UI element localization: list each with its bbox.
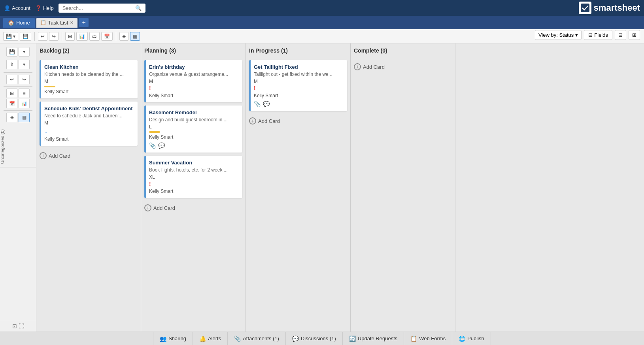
sidebar-undo-btn[interactable]: ↩ — [6, 75, 17, 84]
card-assignee-1-2: Kelly Smart — [149, 189, 238, 194]
tab-bar: 🏠 Home 📋 Task List ✕ + — [0, 16, 644, 29]
add-card-button-1[interactable]: +Add Card — [144, 203, 242, 213]
card-size-2-0: M — [254, 79, 342, 84]
bottom-tab-update-requests[interactable]: 🔄Update Requests — [343, 332, 404, 345]
fit-to-screen-button[interactable]: ⊡ — [12, 323, 17, 329]
column-0: Backlog (2)Clean KitchenKitchen needs to… — [36, 43, 141, 332]
card-1-1[interactable]: Basement RemodelDesign and build guest b… — [144, 106, 242, 153]
bottom-tab-publish[interactable]: 🌐Publish — [452, 332, 491, 345]
bottom-tab-label-0: Sharing — [168, 336, 186, 341]
card-1-0[interactable]: Erin's birthdayOrganize venue & guest ar… — [144, 60, 242, 102]
sidebar-gantt-view-btn[interactable]: 📊 — [19, 99, 30, 108]
toolbar-undo-button[interactable]: ↩ — [38, 32, 47, 41]
card-1-2[interactable]: Summer VacationBook flights, hotels, etc… — [144, 156, 242, 198]
card-desc-0-0: Kitchen needs to be cleaned by the ... — [44, 72, 133, 77]
search-box[interactable]: 🔍 — [59, 4, 145, 13]
toolbar-redo-button[interactable]: ↪ — [49, 32, 59, 41]
sidebar-separator-2 — [4, 86, 32, 87]
bottom-tab-attachments-(1)[interactable]: 📎Attachments (1) — [228, 332, 286, 345]
sidebar-shapes-btn[interactable]: ◈ — [6, 113, 17, 122]
collapse-button[interactable]: ⊟ — [615, 30, 626, 40]
left-sidebar: 💾 ▾ ⇪ ▾ ↩ ↪ ⊞ ≡ 📅 📊 ◈ ▦ Uncategorized (0… — [0, 43, 36, 332]
add-card-plus-3: + — [354, 63, 361, 70]
card-assignee-0-0: Kelly Smart — [44, 89, 133, 94]
help-button[interactable]: ❓ Help — [35, 5, 54, 11]
add-card-button-3[interactable]: +Add Card — [354, 62, 452, 72]
add-card-button-2[interactable]: +Add Card — [249, 116, 347, 126]
sidebar-share-btn[interactable]: ⇪ — [6, 60, 17, 69]
card-desc-0-1: Need to schedule Jack and Lauren'... — [44, 113, 133, 119]
toolbar-shapes-button[interactable]: ◈ — [119, 32, 128, 41]
sidebar-undo-redo: ↩ ↪ — [6, 75, 30, 84]
svg-rect-0 — [581, 4, 589, 12]
sidebar-grid-view-btn[interactable]: ⊞ — [6, 89, 17, 98]
sheet-tab-icon: 📋 — [40, 20, 46, 25]
fields-button[interactable]: ⊟ Fields — [584, 30, 612, 40]
bottom-tab-label-2: Attachments (1) — [243, 336, 279, 341]
sidebar-share-dropdown-btn[interactable]: ▾ — [19, 60, 30, 69]
sidebar-list-view-btn[interactable]: ≡ — [19, 89, 30, 98]
view-by-dropdown[interactable]: View by: Status ▾ — [535, 30, 582, 40]
sheet-tab[interactable]: 📋 Task List ✕ — [36, 18, 78, 28]
bottom-tab-label-6: Publish — [467, 336, 484, 341]
sidebar-save-btn[interactable]: 💾 — [6, 47, 17, 57]
card-2-0[interactable]: Get Taillight FixedTaillight out - get f… — [249, 60, 347, 111]
chat-icon-1-1: 💬 — [158, 142, 165, 149]
view-by-label: View by: Status — [538, 32, 574, 38]
toolbar-save-button[interactable]: 💾 — [20, 32, 31, 41]
left-bottom-nav: ⊡ ⛶ — [0, 320, 36, 332]
fullscreen-button[interactable]: ⛶ — [19, 323, 24, 329]
toolbar-separator-1 — [34, 32, 35, 41]
logo-text-bold: sheet — [618, 3, 640, 13]
bottom-tab-label-5: Web Forms — [419, 336, 446, 341]
bottom-tab-icon-0: 👥 — [160, 336, 166, 342]
toolbar-card-view[interactable]: 🗂 — [89, 32, 100, 41]
toolbar-kanban-active[interactable]: ▦ — [130, 32, 140, 41]
logo-text: smartsheet — [594, 3, 640, 13]
card-0-0[interactable]: Clean KitchenKitchen needs to be cleaned… — [40, 60, 138, 98]
bottom-tab-web-forms[interactable]: 📋Web Forms — [404, 332, 452, 345]
column-3: Complete (0)+Add Card — [351, 43, 455, 332]
chat-icon-2-0: 💬 — [263, 101, 270, 107]
expand-button[interactable]: ⊞ — [629, 30, 640, 40]
toolbar-calendar-view[interactable]: 📅 — [101, 32, 113, 41]
bottom-tab-icon-6: 🌐 — [459, 336, 465, 342]
priority-exclamation-1-2: ! — [149, 181, 238, 187]
sidebar-calendar-view-btn[interactable]: 📅 — [6, 99, 17, 108]
bottom-tab-alerts[interactable]: 🔔Alerts — [193, 332, 228, 345]
home-tab[interactable]: 🏠 Home — [3, 18, 35, 28]
help-icon: ❓ — [35, 5, 42, 11]
sidebar-save-dropdown-btn[interactable]: ▾ — [19, 47, 30, 57]
card-0-1[interactable]: Schedule Kids' Dentist AppointmentNeed t… — [40, 102, 138, 146]
toolbar-gantt-view[interactable]: 📊 — [76, 32, 88, 41]
sidebar-view-icons: ⊞ ≡ — [6, 89, 30, 98]
add-card-label-0: Add Card — [49, 153, 70, 159]
bottom-tab-discussions-(1)[interactable]: 💬Discussions (1) — [286, 332, 343, 345]
sheet-tab-close[interactable]: ✕ — [70, 20, 74, 25]
top-nav: 👤 Account ❓ Help 🔍 smartsheet — [0, 0, 644, 16]
logo-area: smartsheet — [579, 2, 640, 14]
main-content: Backlog (2)Clean KitchenKitchen needs to… — [36, 43, 644, 332]
add-card-button-0[interactable]: +Add Card — [40, 151, 138, 161]
card-title-2-0: Get Taillight Fixed — [254, 64, 342, 70]
sidebar-share-group: ⇪ ▾ — [5, 58, 31, 70]
top-nav-left: 👤 Account ❓ Help 🔍 — [4, 4, 145, 13]
card-size-0-0: M — [44, 79, 133, 84]
account-button[interactable]: 👤 Account — [4, 5, 30, 11]
bottom-tab-icon-2: 📎 — [234, 336, 241, 342]
add-card-plus-1: + — [144, 204, 151, 211]
search-input[interactable] — [62, 5, 135, 11]
bottom-tab-sharing[interactable]: 👥Sharing — [153, 332, 193, 345]
toolbar-save-dropdown[interactable]: 💾 ▾ — [3, 32, 18, 41]
toolbar-grid-view[interactable]: ⊞ — [65, 32, 75, 41]
toolbar-separator-2 — [62, 32, 62, 41]
column-2: In Progress (1)Get Taillight FixedTailli… — [246, 43, 351, 332]
add-tab-button[interactable]: + — [79, 18, 89, 27]
sidebar-separator-1 — [4, 72, 32, 73]
bottom-tab-label-3: Discussions (1) — [301, 336, 336, 341]
sidebar-separator-3 — [4, 110, 32, 111]
save-dropdown-arrow: ▾ — [13, 34, 15, 39]
sidebar-redo-btn[interactable]: ↪ — [19, 75, 30, 84]
add-card-plus-2: + — [249, 117, 256, 124]
sidebar-kanban-btn[interactable]: ▦ — [19, 113, 30, 122]
